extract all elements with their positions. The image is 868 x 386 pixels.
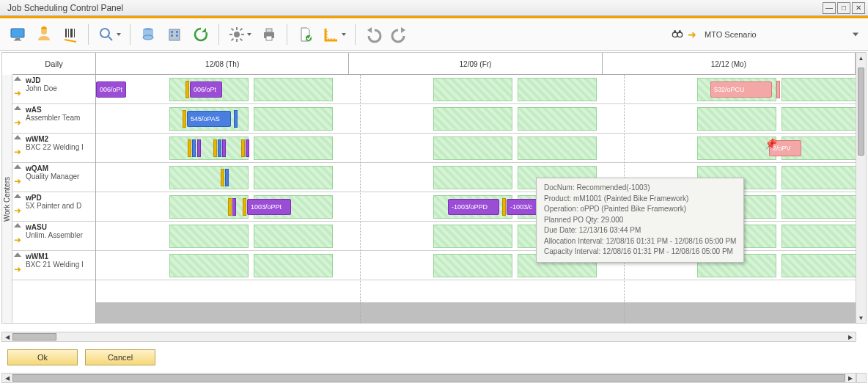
worker-icon[interactable]	[32, 23, 56, 46]
svg-rect-14	[176, 31, 178, 33]
binoculars-icon[interactable]	[672, 28, 683, 41]
maximize-button[interactable]: □	[837, 2, 850, 14]
scroll-right-arrow-icon[interactable]: ▶	[845, 332, 856, 341]
toolbar-separator	[287, 24, 287, 45]
row-header[interactable]: ➜wWM2BXC 22 Welding I	[12, 134, 95, 163]
svg-rect-1	[15, 38, 20, 40]
window-title: Job Scheduling Control Panel	[3, 3, 821, 13]
svg-point-37	[677, 32, 683, 37]
cancel-button[interactable]: Cancel	[85, 349, 155, 365]
link-arrow-icon[interactable]: ➜	[14, 235, 21, 245]
row-header[interactable]: ➜wASUUnlim. Assembler	[12, 222, 95, 251]
redo-icon[interactable]	[388, 23, 411, 46]
task-bar[interactable]: 006/oPt	[190, 81, 222, 98]
task-bar[interactable]: 006/oPt	[96, 81, 126, 98]
scroll-right-arrow-icon[interactable]: ▶	[845, 374, 856, 382]
svg-rect-13	[171, 31, 173, 33]
minimize-button[interactable]: —	[823, 2, 836, 14]
tooltip-line: Allocation Interval: 12/08/16 01:31 PM -…	[544, 236, 736, 247]
ok-button[interactable]: Ok	[7, 349, 78, 365]
allocation-tick	[232, 198, 236, 216]
collapse-icon[interactable]	[14, 135, 21, 139]
capacity-block	[781, 78, 856, 101]
task-bar[interactable]: -1003/oPPD	[448, 199, 499, 215]
svg-rect-38	[674, 30, 676, 32]
printer-icon[interactable]	[257, 23, 281, 46]
scroll-left-arrow-icon[interactable]: ◀	[2, 332, 12, 341]
gantt-chart[interactable]: 12/08 (Th) 12/09 (Fr) 12/12 (Mo) 006/	[96, 53, 856, 323]
allocation-tick	[246, 139, 249, 157]
row-header[interactable]: ➜wASAssembler Team	[12, 104, 95, 134]
toolbar-separator	[218, 24, 219, 45]
row-header[interactable]: ➜wJDJohn Doe	[12, 75, 95, 104]
task-bar[interactable]: -1003/c	[507, 199, 539, 215]
row-header-title: Daily	[12, 53, 95, 75]
close-button[interactable]: ✕	[852, 2, 865, 14]
allocation-tick	[221, 169, 224, 186]
svg-rect-18	[236, 27, 238, 30]
toolbar-separator	[355, 24, 356, 45]
document-icon[interactable]	[293, 23, 317, 46]
collapse-icon[interactable]	[14, 106, 21, 110]
svg-rect-5	[68, 29, 69, 37]
gantt-horizontal-scrollbar[interactable]: ◀ ▶	[1, 332, 856, 342]
tooltip-line: Planned PO Qty: 29.000	[544, 215, 736, 226]
lane[interactable]: 006/oPt 006/oPt 532/oPCU	[96, 75, 856, 104]
building-icon[interactable]	[163, 23, 186, 46]
ruler-icon[interactable]	[320, 23, 349, 46]
barcode-scan-icon[interactable]	[59, 23, 82, 46]
search-icon[interactable]	[95, 23, 124, 46]
allocation-tick	[185, 81, 189, 98]
row-header[interactable]: ➜wWM1BXC 21 Welding I	[12, 251, 95, 280]
scroll-up-arrow-icon[interactable]: ▲	[856, 53, 866, 63]
day-header: 12/12 (Mo)	[603, 53, 856, 75]
vertical-scrollbar[interactable]: ▲ ▼	[856, 53, 866, 323]
window-horizontal-scrollbar[interactable]: ◀ ▶	[1, 373, 856, 383]
row-header[interactable]: ➜wQAMQuality Manager	[12, 163, 95, 192]
row-header-column: Work Centers Daily ➜wJDJohn Doe ➜wASAsse…	[2, 53, 96, 323]
capacity-block	[169, 166, 249, 189]
link-arrow-icon[interactable]: ➜	[14, 147, 21, 157]
link-arrow-icon[interactable]: ➜	[14, 88, 21, 98]
svg-rect-19	[236, 39, 238, 42]
scroll-down-arrow-icon[interactable]: ▼	[856, 313, 866, 323]
refresh-icon[interactable]	[189, 23, 213, 46]
link-arrow-icon[interactable]: ➜	[14, 176, 21, 186]
scroll-thumb[interactable]	[12, 333, 56, 341]
scroll-thumb[interactable]	[12, 374, 845, 382]
gantt-panel: Work Centers Daily ➜wJDJohn Doe ➜wASAsse…	[1, 52, 867, 324]
scenario-label: MTO Scenario	[705, 30, 757, 39]
lane[interactable]: 📌 2/oPV	[96, 134, 856, 163]
tooltip-line: Due Date: 12/13/16 03:44 PM	[544, 225, 736, 236]
gear-icon[interactable]	[225, 23, 254, 46]
task-bar[interactable]: 532/oPCU	[710, 81, 772, 98]
link-arrow-icon[interactable]: ➜	[14, 264, 21, 274]
collapse-icon[interactable]	[14, 194, 21, 198]
capacity-block	[781, 166, 856, 189]
collapse-icon[interactable]	[14, 76, 21, 81]
collapse-icon[interactable]	[14, 223, 21, 227]
collapse-icon[interactable]	[14, 164, 21, 169]
gantt-footer	[96, 302, 856, 323]
pin-icon[interactable]: 📌	[765, 138, 777, 150]
svg-rect-0	[11, 29, 24, 37]
svg-rect-27	[266, 29, 272, 32]
link-arrow-icon[interactable]: ➜	[14, 117, 21, 128]
undo-icon[interactable]	[361, 23, 385, 46]
allocation-tick	[188, 139, 191, 157]
link-arrow-icon[interactable]: ➜	[14, 205, 21, 216]
lane[interactable]: 545/oPAS	[96, 104, 856, 134]
svg-rect-28	[266, 36, 272, 40]
right-arrow-icon: ➜	[688, 29, 696, 40]
capacity-block	[254, 78, 333, 101]
task-bar[interactable]: 545/oPAS	[187, 111, 231, 127]
database-icon[interactable]	[136, 23, 160, 46]
scroll-thumb[interactable]	[858, 68, 864, 156]
capacity-block	[169, 225, 249, 248]
scroll-left-arrow-icon[interactable]: ◀	[2, 374, 12, 382]
monitor-icon[interactable]	[6, 23, 29, 46]
collapse-icon[interactable]	[14, 252, 21, 257]
row-header[interactable]: ➜wPD5X Painter and D	[12, 192, 95, 222]
scenario-dropdown[interactable]: MTO Scenario	[701, 28, 862, 41]
task-bar[interactable]: 1003/oPPt	[247, 199, 291, 215]
